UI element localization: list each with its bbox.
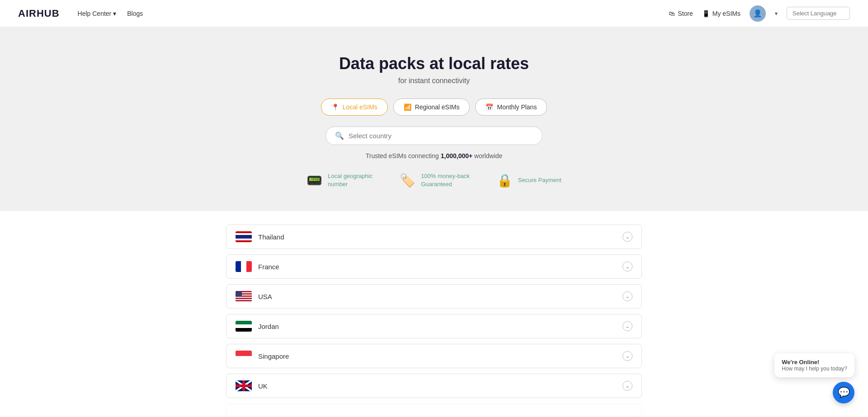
avatar[interactable]: 👤 — [750, 5, 766, 22]
search-input[interactable] — [349, 132, 533, 140]
countries-section: Thailand ⌄ France ⌄ USA ⌄ — [217, 211, 651, 417]
chat-widget: We're Online! How may I help you today? … — [774, 353, 854, 403]
flag-jordan — [236, 321, 252, 332]
trusted-text: Trusted eSIMs connecting 1,000,000+ worl… — [9, 152, 859, 159]
chat-bubble: We're Online! How may I help you today? — [774, 353, 854, 377]
expand-icon-thailand[interactable]: ⌄ — [623, 232, 632, 242]
chat-help-label: How may I help you today? — [782, 365, 847, 372]
tab-buttons: 📍 Local eSIMs 📶 Regional eSIMs 📅 Monthly… — [9, 98, 859, 116]
country-name-usa: USA — [258, 293, 272, 300]
feature-number: 📟 Local geographic number — [307, 172, 373, 188]
flag-uk — [236, 380, 252, 391]
country-name-singapore: Singapore — [258, 352, 289, 360]
expand-icon-usa[interactable]: ⌄ — [623, 291, 632, 301]
expand-icon-uk[interactable]: ⌄ — [623, 381, 632, 391]
feature-moneyback: 🏷️ 100% money-back Guaranteed — [400, 172, 470, 188]
navbar: AIRHUB Help Center ▾ Blogs 🛍 Store 📱 My … — [0, 0, 868, 27]
avatar-dropdown-icon[interactable]: ▾ — [775, 10, 778, 17]
country-row-france[interactable]: France ⌄ — [226, 254, 642, 279]
expand-icon-jordan[interactable]: ⌄ — [623, 321, 632, 331]
phone-icon: 📟 — [307, 173, 322, 188]
blogs-link[interactable]: Blogs — [127, 10, 143, 17]
chevron-down-icon: ▾ — [113, 10, 116, 17]
feature-payment: 🔒 Secure Payment — [497, 172, 561, 188]
flag-france — [236, 261, 252, 272]
store-link[interactable]: 🛍 Store — [669, 10, 693, 17]
hero-subtitle: for instant connectivity — [9, 77, 859, 85]
navbar-right: 🛍 Store 📱 My eSIMs 👤 ▾ — [669, 5, 850, 22]
store-icon: 🛍 — [669, 10, 675, 17]
logo[interactable]: AIRHUB — [18, 8, 60, 19]
country-name-uk: UK — [258, 382, 268, 390]
tab-regional-esims[interactable]: 📶 Regional eSIMs — [393, 98, 470, 116]
monthly-plans-icon: 📅 — [486, 103, 493, 111]
lock-icon: 🔒 — [497, 173, 513, 188]
chat-online-label: We're Online! — [782, 359, 847, 365]
country-row-uk[interactable]: UK ⌄ — [226, 374, 642, 398]
flag-usa — [236, 291, 252, 302]
expand-icon-france[interactable]: ⌄ — [623, 262, 632, 272]
hero-section: Data packs at local rates for instant co… — [0, 27, 868, 211]
search-icon: 🔍 — [335, 131, 344, 140]
moneyback-icon: 🏷️ — [400, 173, 415, 188]
country-row-usa[interactable]: USA ⌄ — [226, 284, 642, 309]
esim-icon: 📱 — [702, 10, 710, 17]
regional-esims-icon: 📶 — [404, 103, 411, 111]
tab-local-esims[interactable]: 📍 Local eSIMs — [321, 98, 388, 116]
search-bar: 🔍 — [326, 127, 542, 145]
local-esims-icon: 📍 — [331, 103, 339, 111]
nav-links: Help Center ▾ Blogs — [78, 10, 669, 17]
expand-icon-singapore[interactable]: ⌄ — [623, 351, 632, 361]
country-name-france: France — [258, 263, 279, 271]
flag-singapore — [236, 351, 252, 361]
language-select[interactable] — [787, 7, 850, 20]
country-row-thailand[interactable]: Thailand ⌄ — [226, 225, 642, 249]
country-row-partial — [226, 403, 642, 417]
tab-monthly-plans[interactable]: 📅 Monthly Plans — [475, 98, 547, 116]
country-name-thailand: Thailand — [258, 233, 284, 241]
features: 📟 Local geographic number 🏷️ 100% money-… — [9, 172, 859, 188]
help-center-link[interactable]: Help Center ▾ — [78, 10, 117, 17]
country-name-jordan: Jordan — [258, 323, 279, 330]
my-esims-link[interactable]: 📱 My eSIMs — [702, 10, 741, 17]
country-row-jordan[interactable]: Jordan ⌄ — [226, 314, 642, 338]
hero-title: Data packs at local rates — [9, 54, 859, 73]
country-row-singapore[interactable]: Singapore ⌄ — [226, 344, 642, 368]
chat-open-button[interactable]: 💬 — [833, 382, 854, 403]
flag-thailand — [236, 231, 252, 242]
